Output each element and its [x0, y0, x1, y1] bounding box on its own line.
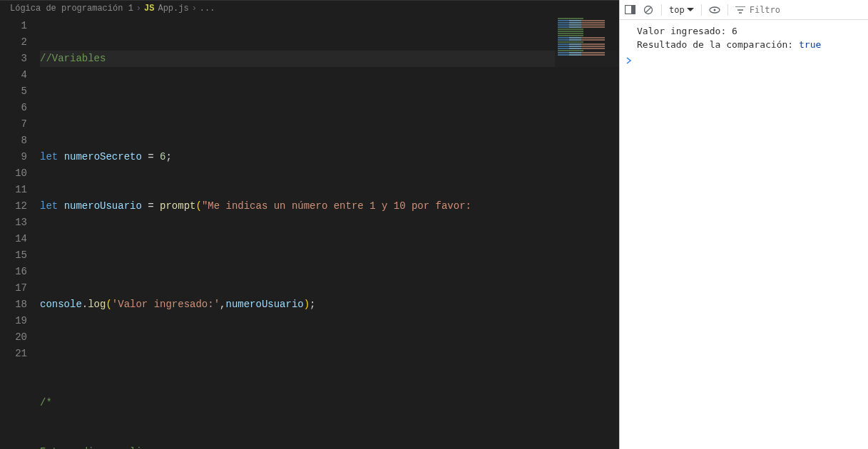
- console-output[interactable]: Valor ingresado: 6 Resultado de la compa…: [620, 20, 868, 449]
- line-number: 3: [0, 51, 27, 67]
- code-line[interactable]: [40, 247, 619, 264]
- dropdown-icon: [687, 7, 694, 13]
- console-log-line: Valor ingresado: 6: [620, 24, 868, 38]
- line-number: 5: [0, 83, 27, 100]
- filter-icon: [735, 6, 745, 14]
- line-number: 4: [0, 67, 27, 83]
- line-number: 16: [0, 264, 27, 280]
- line-number: 7: [0, 116, 27, 133]
- code-line[interactable]: [40, 100, 619, 116]
- line-number: 15: [0, 247, 27, 264]
- context-selector[interactable]: top: [669, 5, 694, 15]
- chevron-right-icon: [626, 57, 633, 64]
- line-number: 2: [0, 34, 27, 51]
- console-log-line: Resultado de la comparación: true: [620, 38, 868, 51]
- js-file-icon: JS: [144, 4, 154, 14]
- code-line[interactable]: /*: [40, 395, 619, 411]
- toolbar-divider: [661, 4, 662, 16]
- line-number: 10: [0, 165, 27, 182]
- breadcrumb-ellipsis[interactable]: ...: [200, 4, 215, 14]
- minimap[interactable]: [555, 17, 619, 449]
- line-number: 11: [0, 182, 27, 198]
- console-prompt[interactable]: [620, 51, 868, 68]
- code-line[interactable]: //Variables: [40, 51, 619, 67]
- line-gutter: 1 2 3 4 5 6 7 8 9 10 11 12 13 14 15 16 1…: [0, 16, 40, 449]
- line-number: 9: [0, 149, 27, 165]
- devtools-pane: top Valor ingresado: 6 Resultado de la c…: [619, 0, 868, 449]
- filter-input[interactable]: [750, 5, 864, 15]
- code-line[interactable]: let numeroSecreto = 6;: [40, 149, 619, 165]
- editor-pane: Lógica de programación 1 › JS App.js › .…: [0, 0, 619, 449]
- line-number: 13: [0, 215, 27, 231]
- toolbar-divider: [727, 4, 728, 16]
- devtools-toolbar: top: [620, 0, 868, 20]
- chevron-right-icon: ›: [192, 4, 197, 14]
- clear-console-icon[interactable]: [643, 4, 654, 16]
- sidebar-toggle-icon[interactable]: [624, 4, 635, 16]
- line-number: 17: [0, 280, 27, 296]
- toolbar-divider: [701, 4, 702, 16]
- code-content[interactable]: //Variables let numeroSecreto = 6; let n…: [40, 16, 619, 449]
- code-line[interactable]: let numeroUsuario = prompt("Me indicas u…: [40, 198, 619, 215]
- svg-point-5: [713, 9, 715, 11]
- line-number: 6: [0, 100, 27, 116]
- line-number: 14: [0, 231, 27, 247]
- line-number: 19: [0, 313, 27, 329]
- live-expression-icon[interactable]: [709, 4, 720, 16]
- filter-wrap: [735, 5, 864, 15]
- breadcrumb-folder[interactable]: Lógica de programación 1: [10, 4, 133, 14]
- svg-rect-1: [631, 6, 635, 14]
- code-line[interactable]: console.log('Valor ingresado:',numeroUsu…: [40, 296, 619, 313]
- svg-line-3: [645, 7, 651, 13]
- breadcrumb[interactable]: Lógica de programación 1 › JS App.js › .…: [0, 0, 619, 16]
- line-number: 21: [0, 346, 27, 362]
- context-label: top: [669, 5, 685, 15]
- code-area[interactable]: 1 2 3 4 5 6 7 8 9 10 11 12 13 14 15 16 1…: [0, 16, 619, 449]
- line-number: 12: [0, 198, 27, 215]
- code-line[interactable]: [40, 346, 619, 362]
- line-number: 20: [0, 329, 27, 346]
- line-number: 8: [0, 133, 27, 149]
- code-line[interactable]: Este codigo realiza: [40, 444, 619, 449]
- breadcrumb-file[interactable]: App.js: [158, 4, 188, 14]
- line-number: 1: [0, 18, 27, 34]
- chevron-right-icon: ›: [136, 4, 141, 14]
- line-number: 18: [0, 296, 27, 313]
